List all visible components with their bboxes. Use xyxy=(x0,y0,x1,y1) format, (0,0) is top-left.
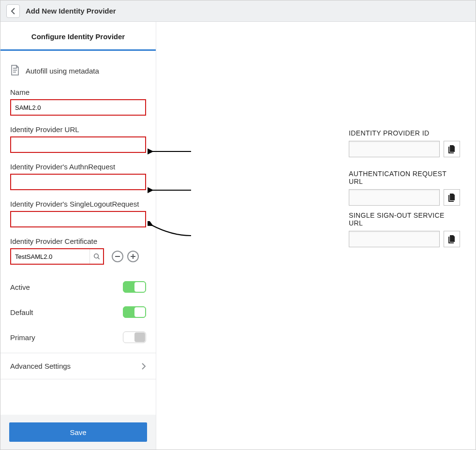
config-panel: Configure Identity Provider Autofill usi… xyxy=(0,22,156,450)
autofill-row[interactable]: Autofill using metadata xyxy=(0,51,156,88)
plus-icon xyxy=(130,254,136,259)
search-icon xyxy=(93,253,100,260)
primary-label: Primary xyxy=(10,333,35,342)
source-sso-input[interactable] xyxy=(349,231,440,247)
tab-configure[interactable]: Configure Identity Provider xyxy=(0,22,156,51)
source-sso-label: SINGLE SIGN-OUT SERVICE URL xyxy=(349,211,460,227)
cert-remove-button[interactable] xyxy=(112,251,123,262)
cert-add-button[interactable] xyxy=(127,251,139,262)
source-panel: IDENTITY PROVIDER ID AUTHENTICATION REQU… xyxy=(156,22,476,450)
source-id-input[interactable] xyxy=(349,141,440,157)
source-authn-label: AUTHENTICATION REQUEST URL xyxy=(349,170,460,185)
titlebar: Add New Identity Provider xyxy=(0,0,476,22)
cert-label: Identity Provider Certificate xyxy=(10,237,146,245)
page-title: Add New Identity Provider xyxy=(26,7,116,15)
advanced-label: Advanced Settings xyxy=(10,362,71,370)
advanced-settings-row[interactable]: Advanced Settings xyxy=(0,353,156,379)
url-label: Identity Provider URL xyxy=(10,125,146,134)
copy-icon xyxy=(448,235,456,243)
authn-label: Identity Provider's AuthnRequest xyxy=(10,163,146,171)
chevron-right-icon xyxy=(141,362,146,370)
url-input[interactable] xyxy=(10,136,146,153)
document-icon xyxy=(10,64,21,77)
active-toggle[interactable] xyxy=(123,281,146,293)
slo-label: Identity Provider's SingleLogoutRequest xyxy=(10,200,146,208)
back-button[interactable] xyxy=(6,4,20,18)
save-button[interactable]: Save xyxy=(9,422,147,442)
default-label: Default xyxy=(10,308,33,316)
active-label: Active xyxy=(10,283,30,291)
source-id-label: IDENTITY PROVIDER ID xyxy=(349,129,460,137)
default-toggle[interactable] xyxy=(123,306,146,318)
slo-input[interactable] xyxy=(10,211,146,227)
name-label: Name xyxy=(10,88,146,96)
authn-input[interactable] xyxy=(10,174,146,190)
primary-toggle[interactable] xyxy=(123,331,146,343)
name-input[interactable] xyxy=(10,99,146,116)
source-authn-input[interactable] xyxy=(349,189,440,206)
copy-icon xyxy=(448,193,456,202)
source-sso-copy[interactable] xyxy=(444,231,460,247)
cert-search-button[interactable] xyxy=(89,249,103,264)
source-id-copy[interactable] xyxy=(444,141,460,157)
cert-input[interactable] xyxy=(11,249,89,264)
chevron-left-icon xyxy=(11,8,15,15)
autofill-label: Autofill using metadata xyxy=(26,67,99,75)
source-authn-copy[interactable] xyxy=(444,189,460,206)
svg-point-0 xyxy=(94,254,98,258)
panel-footer: Save xyxy=(0,415,156,450)
minus-icon xyxy=(115,254,120,259)
copy-icon xyxy=(448,145,456,153)
